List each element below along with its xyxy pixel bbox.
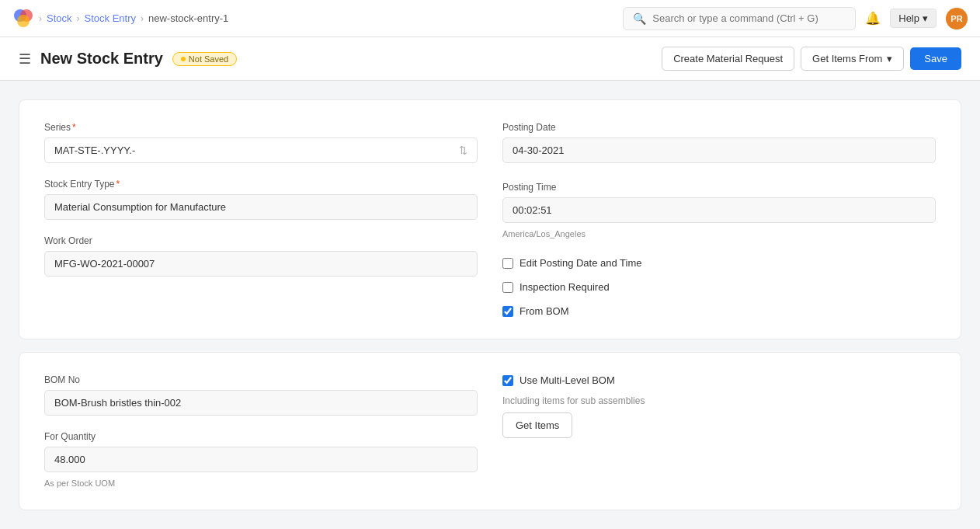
series-select[interactable]: MAT-STE-.YYYY.- ⇅	[44, 137, 478, 163]
get-items-button[interactable]: Get Items	[502, 412, 572, 438]
series-value: MAT-STE-.YYYY.-	[54, 144, 135, 156]
series-spinner-icon: ⇅	[459, 144, 467, 156]
work-order-value[interactable]: MFG-WO-2021-00007	[44, 251, 478, 277]
page-title: New Stock Entry	[40, 50, 163, 68]
bom-row: BOM No BOM-Brush bristles thin-002 For Q…	[44, 374, 936, 488]
help-button[interactable]: Help ▾	[890, 9, 937, 28]
as-per-stock-uom-label: As per Stock UOM	[44, 479, 478, 488]
page-header: ☰ New Stock Entry Not Saved Create Mater…	[0, 37, 980, 81]
help-chevron-icon: ▾	[923, 12, 928, 24]
posting-time-group: Posting Time 00:02:51 America/Los_Angele…	[502, 182, 936, 238]
top-nav: › Stock › Stock Entry › new-stock-entry-…	[0, 0, 980, 37]
get-items-from-label: Get Items From	[812, 53, 882, 64]
inspection-required-row: Inspection Required	[502, 281, 936, 293]
form-right-col: Posting Date 04-30-2021 Posting Time 00:…	[502, 122, 936, 317]
page-header-left: ☰ New Stock Entry Not Saved	[19, 50, 237, 68]
page-header-right: Create Material Request Get Items From ▾…	[662, 47, 961, 71]
form-left-col: Series* MAT-STE-.YYYY.- ⇅ Stock Entry Ty…	[44, 122, 478, 317]
notification-bell-icon[interactable]: 🔔	[865, 11, 881, 26]
including-items-label: Including items for sub assemblies	[502, 395, 936, 406]
posting-time-value[interactable]: 00:02:51	[502, 197, 936, 223]
create-material-request-button[interactable]: Create Material Request	[662, 47, 794, 71]
search-input[interactable]	[652, 12, 846, 24]
bom-no-group: BOM No BOM-Brush bristles thin-002	[44, 374, 478, 416]
get-items-from-button[interactable]: Get Items From ▾	[801, 47, 904, 71]
series-label: Series*	[44, 122, 478, 133]
posting-date-label: Posting Date	[502, 122, 936, 133]
edit-posting-row: Edit Posting Date and Time	[502, 257, 936, 269]
breadcrumb-stock[interactable]: Stock	[47, 12, 72, 24]
use-multi-level-label: Use Multi-Level BOM	[520, 374, 615, 386]
not-saved-dot	[181, 57, 186, 61]
not-saved-badge: Not Saved	[172, 52, 237, 66]
nav-left: › Stock › Stock Entry › new-stock-entry-…	[12, 8, 228, 30]
bom-form-card: BOM No BOM-Brush bristles thin-002 For Q…	[19, 352, 961, 510]
for-quantity-group: For Quantity 48.000 As per Stock UOM	[44, 431, 478, 488]
use-multi-level-checkbox[interactable]	[502, 375, 513, 386]
series-group: Series* MAT-STE-.YYYY.- ⇅	[44, 122, 478, 163]
svg-point-2	[17, 15, 30, 27]
use-multi-level-row: Use Multi-Level BOM	[502, 374, 936, 386]
stock-entry-type-group: Stock Entry Type* Material Consumption f…	[44, 179, 478, 220]
nav-right: 🔍 🔔 Help ▾ PR	[623, 7, 968, 30]
from-bom-checkbox[interactable]	[502, 306, 513, 317]
breadcrumb-sep-3: ›	[141, 13, 144, 24]
get-items-from-chevron-icon: ▾	[887, 53, 892, 64]
bom-left-col: BOM No BOM-Brush bristles thin-002 For Q…	[44, 374, 478, 488]
posting-date-value[interactable]: 04-30-2021	[502, 137, 936, 163]
inspection-required-checkbox[interactable]	[502, 282, 513, 293]
search-icon: 🔍	[633, 12, 646, 25]
bom-no-label: BOM No	[44, 374, 478, 385]
bom-no-value[interactable]: BOM-Brush bristles thin-002	[44, 390, 478, 416]
breadcrumb-current: new-stock-entry-1	[148, 12, 228, 24]
posting-time-label: Posting Time	[502, 182, 936, 193]
hamburger-icon[interactable]: ☰	[19, 50, 31, 68]
stock-entry-type-label: Stock Entry Type*	[44, 179, 478, 190]
breadcrumb-sep-2: ›	[77, 13, 80, 24]
edit-posting-checkbox[interactable]	[502, 258, 513, 269]
from-bom-row: From BOM	[502, 305, 936, 317]
edit-posting-label: Edit Posting Date and Time	[520, 257, 642, 269]
for-quantity-label: For Quantity	[44, 431, 478, 442]
search-box[interactable]: 🔍	[623, 7, 856, 30]
breadcrumb-sep-1: ›	[39, 13, 42, 24]
form-row-1: Series* MAT-STE-.YYYY.- ⇅ Stock Entry Ty…	[44, 122, 936, 317]
help-label: Help	[898, 12, 919, 24]
avatar[interactable]: PR	[946, 8, 968, 30]
main-content: Series* MAT-STE-.YYYY.- ⇅ Stock Entry Ty…	[0, 81, 980, 529]
for-quantity-value[interactable]: 48.000	[44, 447, 478, 472]
save-button[interactable]: Save	[910, 47, 961, 70]
inspection-required-label: Inspection Required	[520, 281, 610, 293]
breadcrumb-stock-entry[interactable]: Stock Entry	[85, 12, 136, 24]
not-saved-label: Not Saved	[189, 54, 228, 64]
app-logo	[12, 8, 34, 30]
stock-entry-type-value[interactable]: Material Consumption for Manufacture	[44, 194, 478, 220]
bom-right-col: Use Multi-Level BOM Including items for …	[502, 374, 936, 488]
work-order-label: Work Order	[44, 235, 478, 246]
work-order-group: Work Order MFG-WO-2021-00007	[44, 235, 478, 277]
stock-entry-form-card: Series* MAT-STE-.YYYY.- ⇅ Stock Entry Ty…	[19, 99, 961, 339]
timezone-label: America/Los_Angeles	[502, 229, 936, 238]
posting-date-group: Posting Date 04-30-2021	[502, 122, 936, 163]
from-bom-label: From BOM	[520, 305, 569, 317]
